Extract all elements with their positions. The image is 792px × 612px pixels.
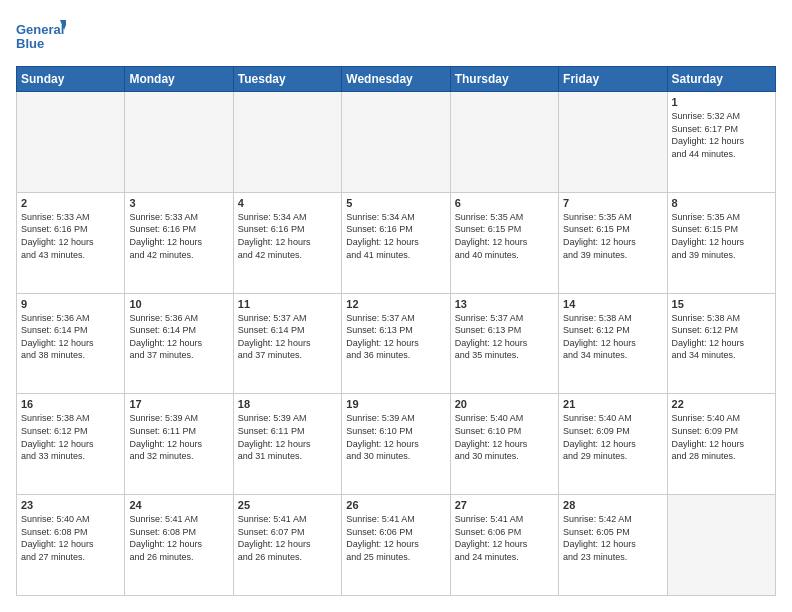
calendar-header-saturday: Saturday (667, 67, 775, 92)
day-number: 8 (672, 197, 771, 209)
calendar-header-friday: Friday (559, 67, 667, 92)
day-info: Sunrise: 5:41 AM Sunset: 6:06 PM Dayligh… (346, 513, 445, 563)
logo: General Blue (16, 16, 66, 56)
calendar-cell: 5Sunrise: 5:34 AM Sunset: 6:16 PM Daylig… (342, 192, 450, 293)
day-info: Sunrise: 5:36 AM Sunset: 6:14 PM Dayligh… (21, 312, 120, 362)
calendar-header-tuesday: Tuesday (233, 67, 341, 92)
page: General Blue SundayMondayTuesdayWednesda… (0, 0, 792, 612)
day-number: 3 (129, 197, 228, 209)
day-info: Sunrise: 5:37 AM Sunset: 6:14 PM Dayligh… (238, 312, 337, 362)
day-number: 1 (672, 96, 771, 108)
day-number: 21 (563, 398, 662, 410)
calendar-header-wednesday: Wednesday (342, 67, 450, 92)
logo-svg: General Blue (16, 16, 66, 56)
day-number: 28 (563, 499, 662, 511)
day-number: 6 (455, 197, 554, 209)
calendar-cell: 24Sunrise: 5:41 AM Sunset: 6:08 PM Dayli… (125, 495, 233, 596)
day-number: 27 (455, 499, 554, 511)
day-number: 17 (129, 398, 228, 410)
calendar-header-sunday: Sunday (17, 67, 125, 92)
day-info: Sunrise: 5:35 AM Sunset: 6:15 PM Dayligh… (455, 211, 554, 261)
calendar-cell: 1Sunrise: 5:32 AM Sunset: 6:17 PM Daylig… (667, 92, 775, 193)
day-info: Sunrise: 5:35 AM Sunset: 6:15 PM Dayligh… (563, 211, 662, 261)
day-info: Sunrise: 5:42 AM Sunset: 6:05 PM Dayligh… (563, 513, 662, 563)
day-info: Sunrise: 5:40 AM Sunset: 6:10 PM Dayligh… (455, 412, 554, 462)
calendar-cell: 8Sunrise: 5:35 AM Sunset: 6:15 PM Daylig… (667, 192, 775, 293)
day-number: 15 (672, 298, 771, 310)
calendar-cell: 4Sunrise: 5:34 AM Sunset: 6:16 PM Daylig… (233, 192, 341, 293)
day-number: 10 (129, 298, 228, 310)
day-info: Sunrise: 5:32 AM Sunset: 6:17 PM Dayligh… (672, 110, 771, 160)
day-info: Sunrise: 5:34 AM Sunset: 6:16 PM Dayligh… (346, 211, 445, 261)
calendar-cell: 12Sunrise: 5:37 AM Sunset: 6:13 PM Dayli… (342, 293, 450, 394)
calendar-cell: 18Sunrise: 5:39 AM Sunset: 6:11 PM Dayli… (233, 394, 341, 495)
day-info: Sunrise: 5:39 AM Sunset: 6:10 PM Dayligh… (346, 412, 445, 462)
day-number: 9 (21, 298, 120, 310)
calendar-week-row: 16Sunrise: 5:38 AM Sunset: 6:12 PM Dayli… (17, 394, 776, 495)
calendar-cell: 14Sunrise: 5:38 AM Sunset: 6:12 PM Dayli… (559, 293, 667, 394)
day-info: Sunrise: 5:37 AM Sunset: 6:13 PM Dayligh… (455, 312, 554, 362)
day-number: 23 (21, 499, 120, 511)
calendar-cell (559, 92, 667, 193)
calendar-cell (342, 92, 450, 193)
calendar-cell: 6Sunrise: 5:35 AM Sunset: 6:15 PM Daylig… (450, 192, 558, 293)
day-info: Sunrise: 5:41 AM Sunset: 6:08 PM Dayligh… (129, 513, 228, 563)
day-info: Sunrise: 5:41 AM Sunset: 6:07 PM Dayligh… (238, 513, 337, 563)
day-info: Sunrise: 5:36 AM Sunset: 6:14 PM Dayligh… (129, 312, 228, 362)
day-info: Sunrise: 5:39 AM Sunset: 6:11 PM Dayligh… (129, 412, 228, 462)
calendar-cell: 23Sunrise: 5:40 AM Sunset: 6:08 PM Dayli… (17, 495, 125, 596)
calendar-cell: 15Sunrise: 5:38 AM Sunset: 6:12 PM Dayli… (667, 293, 775, 394)
calendar-header-thursday: Thursday (450, 67, 558, 92)
day-info: Sunrise: 5:34 AM Sunset: 6:16 PM Dayligh… (238, 211, 337, 261)
day-number: 13 (455, 298, 554, 310)
calendar-cell: 27Sunrise: 5:41 AM Sunset: 6:06 PM Dayli… (450, 495, 558, 596)
svg-text:Blue: Blue (16, 36, 44, 51)
day-number: 2 (21, 197, 120, 209)
calendar-header-row: SundayMondayTuesdayWednesdayThursdayFrid… (17, 67, 776, 92)
calendar-cell: 26Sunrise: 5:41 AM Sunset: 6:06 PM Dayli… (342, 495, 450, 596)
day-number: 26 (346, 499, 445, 511)
calendar-header-monday: Monday (125, 67, 233, 92)
calendar-week-row: 9Sunrise: 5:36 AM Sunset: 6:14 PM Daylig… (17, 293, 776, 394)
day-info: Sunrise: 5:38 AM Sunset: 6:12 PM Dayligh… (563, 312, 662, 362)
day-info: Sunrise: 5:35 AM Sunset: 6:15 PM Dayligh… (672, 211, 771, 261)
day-info: Sunrise: 5:38 AM Sunset: 6:12 PM Dayligh… (21, 412, 120, 462)
calendar-cell: 7Sunrise: 5:35 AM Sunset: 6:15 PM Daylig… (559, 192, 667, 293)
day-number: 11 (238, 298, 337, 310)
day-number: 20 (455, 398, 554, 410)
calendar-cell: 20Sunrise: 5:40 AM Sunset: 6:10 PM Dayli… (450, 394, 558, 495)
calendar-cell: 25Sunrise: 5:41 AM Sunset: 6:07 PM Dayli… (233, 495, 341, 596)
day-number: 22 (672, 398, 771, 410)
header: General Blue (16, 16, 776, 56)
calendar-cell: 22Sunrise: 5:40 AM Sunset: 6:09 PM Dayli… (667, 394, 775, 495)
day-info: Sunrise: 5:40 AM Sunset: 6:09 PM Dayligh… (672, 412, 771, 462)
day-number: 4 (238, 197, 337, 209)
calendar-cell (125, 92, 233, 193)
day-number: 7 (563, 197, 662, 209)
calendar-cell (450, 92, 558, 193)
svg-text:General: General (16, 22, 64, 37)
day-info: Sunrise: 5:33 AM Sunset: 6:16 PM Dayligh… (21, 211, 120, 261)
day-info: Sunrise: 5:37 AM Sunset: 6:13 PM Dayligh… (346, 312, 445, 362)
day-info: Sunrise: 5:33 AM Sunset: 6:16 PM Dayligh… (129, 211, 228, 261)
calendar-cell: 9Sunrise: 5:36 AM Sunset: 6:14 PM Daylig… (17, 293, 125, 394)
day-info: Sunrise: 5:41 AM Sunset: 6:06 PM Dayligh… (455, 513, 554, 563)
day-info: Sunrise: 5:39 AM Sunset: 6:11 PM Dayligh… (238, 412, 337, 462)
calendar-cell: 19Sunrise: 5:39 AM Sunset: 6:10 PM Dayli… (342, 394, 450, 495)
calendar-cell: 2Sunrise: 5:33 AM Sunset: 6:16 PM Daylig… (17, 192, 125, 293)
calendar-cell (17, 92, 125, 193)
day-number: 18 (238, 398, 337, 410)
calendar-table: SundayMondayTuesdayWednesdayThursdayFrid… (16, 66, 776, 596)
day-number: 12 (346, 298, 445, 310)
calendar-cell: 3Sunrise: 5:33 AM Sunset: 6:16 PM Daylig… (125, 192, 233, 293)
calendar-week-row: 2Sunrise: 5:33 AM Sunset: 6:16 PM Daylig… (17, 192, 776, 293)
calendar-week-row: 1Sunrise: 5:32 AM Sunset: 6:17 PM Daylig… (17, 92, 776, 193)
day-number: 14 (563, 298, 662, 310)
calendar-cell: 10Sunrise: 5:36 AM Sunset: 6:14 PM Dayli… (125, 293, 233, 394)
calendar-cell (233, 92, 341, 193)
day-number: 5 (346, 197, 445, 209)
calendar-cell: 28Sunrise: 5:42 AM Sunset: 6:05 PM Dayli… (559, 495, 667, 596)
day-number: 16 (21, 398, 120, 410)
calendar-cell: 16Sunrise: 5:38 AM Sunset: 6:12 PM Dayli… (17, 394, 125, 495)
day-number: 25 (238, 499, 337, 511)
